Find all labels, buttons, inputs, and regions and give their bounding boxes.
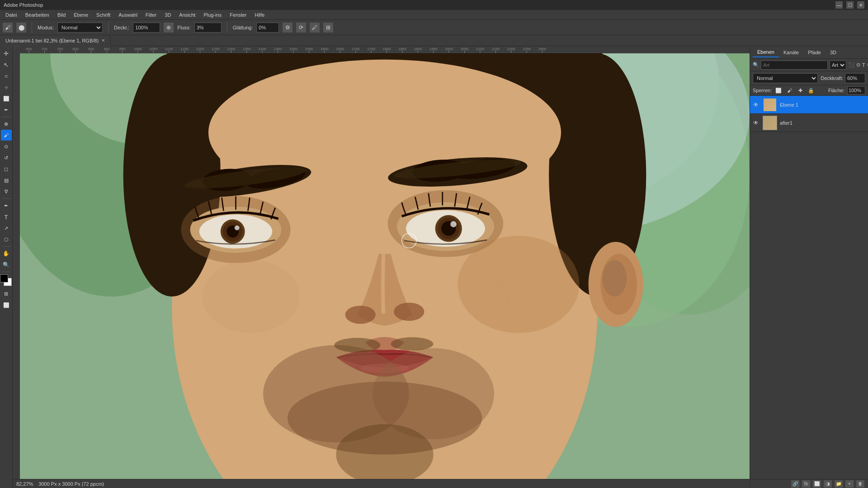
tool-separator-4 (2, 272, 11, 272)
menu-schrift[interactable]: Schrift (93, 11, 114, 19)
blend-mode-select[interactable]: Normal (753, 73, 818, 83)
title-bar: Adobe Photoshop — ☐ ✕ (0, 0, 868, 10)
blur-tool[interactable]: ∇ (1, 186, 12, 197)
angle-icon[interactable]: ⟳ (296, 23, 306, 33)
title-bar-left: Adobe Photoshop (4, 2, 43, 8)
close-button[interactable]: ✕ (857, 1, 864, 9)
type-tool[interactable]: T (1, 211, 12, 222)
brush-tool[interactable]: 🖌 (1, 130, 12, 141)
quick-mask-mode[interactable]: ⊞ (1, 288, 12, 299)
modus-label: Modus: (38, 25, 54, 30)
opacity-input[interactable] (845, 73, 865, 83)
svg-text:1250: 1250 (212, 47, 220, 51)
glattung-input[interactable] (256, 23, 279, 33)
brush-tool-icon[interactable]: 🖌 (3, 23, 13, 33)
eyedropper-tool[interactable]: ✒ (1, 104, 12, 115)
heal-tool[interactable]: ⊕ (1, 118, 12, 129)
path-select-tool[interactable]: ↗ (1, 223, 12, 234)
layer-0-thumbnail (763, 98, 777, 112)
menu-fenster[interactable]: Fenster (226, 11, 250, 19)
fluss-label: Fluss: (177, 25, 190, 30)
minimize-button[interactable]: — (835, 1, 843, 9)
screen-mode[interactable]: ⬜ (1, 300, 12, 310)
type-layer-icon[interactable]: T (862, 61, 865, 70)
airbrush-icon[interactable]: ⊕ (164, 23, 174, 33)
svg-text:1700: 1700 (352, 47, 360, 51)
zoom-tool[interactable]: 🔍 (1, 259, 12, 270)
tab-close-icon[interactable]: ✕ (101, 38, 105, 43)
menu-auswahl[interactable]: Auswahl (115, 11, 141, 19)
menu-hilfe[interactable]: Hilfe (251, 11, 268, 19)
add-mask-icon[interactable]: ⬜ (813, 480, 821, 488)
menu-ebene[interactable]: Ebene (70, 11, 92, 19)
magic-wand-tool[interactable]: ⊹ (1, 82, 12, 93)
tab-kanale[interactable]: Kanäle (779, 48, 803, 57)
fill-input[interactable] (847, 86, 865, 94)
pen-tool[interactable]: ✒ (1, 200, 12, 211)
horizontal-ruler: 6507007508008509009501000105011001150120… (20, 46, 750, 53)
svg-point-119 (334, 338, 380, 352)
lock-transparent-icon[interactable]: ⬜ (774, 86, 783, 94)
tab-ebenen[interactable]: Ebenen (753, 47, 779, 57)
hand-tool[interactable]: ✋ (1, 248, 12, 259)
modus-select[interactable]: Normal (57, 23, 103, 33)
menu-filter[interactable]: Filter (142, 11, 160, 19)
svg-point-112 (394, 303, 424, 321)
glattung-label: Glättung: (233, 25, 253, 30)
lock-image-icon[interactable]: 🖌 (785, 86, 793, 94)
layer-kind-filter-icon[interactable]: 🔍 (753, 61, 759, 70)
brush-preset-icon[interactable]: ⬤ (16, 23, 26, 33)
layer-item-0[interactable]: 👁 Ebene 1 (750, 96, 868, 114)
svg-text:1650: 1650 (336, 47, 344, 51)
crop-tool[interactable]: ⬜ (1, 93, 12, 104)
lock-position-icon[interactable]: ✚ (796, 86, 804, 94)
menu-bild[interactable]: Bild (54, 11, 69, 19)
layer-1-visibility-icon[interactable]: 👁 (752, 119, 760, 127)
shape-tool[interactable]: ⬡ (1, 234, 12, 245)
eraser-tool[interactable]: ◻ (1, 164, 12, 174)
stamp-tool[interactable]: ⊙ (1, 141, 12, 152)
deckraft-input[interactable] (133, 23, 160, 33)
canvas-area[interactable] (20, 53, 750, 479)
add-style-icon[interactable]: fx (802, 480, 810, 488)
menu-datei[interactable]: Datei (2, 11, 21, 19)
foreground-color[interactable] (0, 274, 8, 282)
svg-point-111 (345, 305, 376, 324)
lasso-tool[interactable]: ⊂ (1, 70, 12, 81)
layer-item-1[interactable]: 👁 after1 (750, 114, 868, 132)
move-tool[interactable]: ✛ (1, 48, 12, 59)
delete-layer-icon[interactable]: 🗑 (856, 480, 864, 488)
tab-3d[interactable]: 3D (826, 48, 841, 57)
lock-label: Sperren: (753, 88, 772, 93)
svg-text:2000: 2000 (445, 47, 453, 51)
tab-title: Unbenannt-1 bei 82,3% (Ebene 1, RGB/8) (5, 38, 99, 43)
select-tool[interactable]: ↖ (1, 59, 12, 70)
color-swatches[interactable] (0, 274, 13, 287)
fluss-input[interactable] (194, 23, 222, 33)
link-layers-icon[interactable]: 🔗 (791, 480, 799, 488)
menu-ansicht[interactable]: Ansicht (175, 11, 199, 19)
menu-3d[interactable]: 3D (161, 11, 175, 19)
lock-artboard-icon[interactable]: 🔒 (807, 86, 815, 94)
menu-plugins[interactable]: Plug-ins (200, 11, 225, 19)
pixel-layer-icon[interactable]: ⬛ (848, 61, 854, 70)
settings-icon[interactable]: ⚙ (283, 23, 292, 33)
history-brush-tool[interactable]: ↺ (1, 152, 12, 163)
layer-kind-select[interactable]: Art (830, 61, 846, 70)
new-group-icon[interactable]: 📁 (835, 480, 843, 488)
pressure-icon[interactable]: 🖊 (310, 23, 320, 33)
new-layer-icon[interactable]: + (845, 480, 854, 488)
maximize-button[interactable]: ☐ (846, 1, 854, 9)
layer-1-name: after1 (780, 120, 866, 126)
adjustment-layer-icon[interactable]: ⊙ (856, 61, 860, 70)
smoothing-icon[interactable]: ⊞ (323, 23, 333, 33)
svg-text:1000: 1000 (134, 47, 142, 51)
layer-0-visibility-icon[interactable]: 👁 (752, 101, 760, 109)
menu-bearbeiten[interactable]: Bearbeiten (22, 11, 53, 19)
svg-text:1050: 1050 (149, 47, 157, 51)
layers-search-input[interactable] (761, 61, 828, 70)
gradient-tool[interactable]: ▤ (1, 175, 12, 186)
new-fill-layer-icon[interactable]: ◑ (824, 480, 832, 488)
document-tab[interactable]: Unbenannt-1 bei 82,3% (Ebene 1, RGB/8) ✕ (0, 35, 111, 46)
tab-pfade[interactable]: Pfade (803, 48, 826, 57)
